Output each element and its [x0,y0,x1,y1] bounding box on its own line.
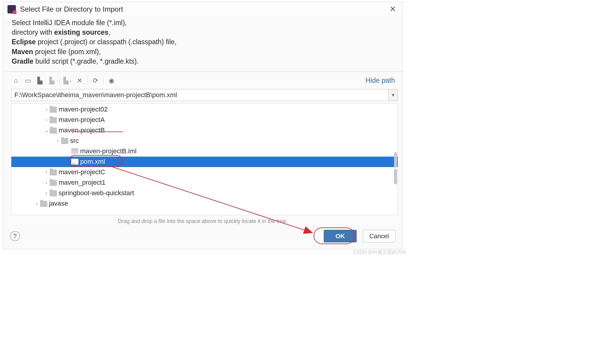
instructions-text: Select IntelliJ IDEA module file (*.iml)… [3,18,402,71]
tree-item-label: maven-project02 [59,105,108,113]
ok-button[interactable]: OK [324,230,357,242]
dialog-footer: ? OK Cancel [3,225,402,249]
tree-item-label: maven-projectB.iml [80,147,136,155]
tree-item-label: maven-projectA [59,116,105,124]
cancel-button[interactable]: Cancel [363,230,396,242]
hide-path-link[interactable]: Hide path [366,77,397,85]
help-icon[interactable]: ? [10,231,20,241]
folder-icon [61,138,68,144]
tree-item[interactable]: ›springboot-web-quickstart [11,188,398,198]
separator [3,71,402,72]
tree-item[interactable]: ›src [11,136,398,146]
tree-item-label: maven-projectC [59,168,105,176]
folder-icon [50,107,57,113]
instr-line1: Select IntelliJ IDEA module file (*.iml)… [12,19,127,27]
watermark: CSDN @向着五星的方向 [353,249,406,256]
path-row: ▾ [3,88,402,103]
tree-item[interactable]: ›javase [11,198,398,209]
folder-icon [50,190,57,196]
iml-file-icon [71,148,78,154]
tree-item[interactable]: ›maven_project1 [11,178,398,188]
scrollbar-thumb[interactable] [394,152,397,168]
project-icon[interactable]: ▙ [34,75,46,86]
file-tree: ›maven-project02›maven-projectA⌄maven-pr… [11,103,398,215]
path-history-dropdown[interactable]: ▾ [388,89,398,101]
tree-item[interactable]: ⌄maven-projectB [11,125,398,136]
delete-icon[interactable]: ✕ [74,75,86,86]
tree-item[interactable]: ›maven-project02 [11,104,398,115]
tree-item-label: springboot-web-quickstart [59,189,134,197]
tree-item-label: src [70,137,79,145]
new-folder-icon: ▙₊ [62,75,74,86]
tree-item[interactable]: ›maven-projectB.iml [11,146,398,157]
tree-item-label: maven_project1 [59,179,106,186]
annotation-underline [72,131,123,132]
folder-icon [50,180,57,186]
chevron-right-icon[interactable]: › [44,169,49,175]
dialog-title: Select File or Directory to Import [20,5,123,13]
folder-icon [40,201,47,207]
import-dialog: Select File or Directory to Import ✕ Sel… [3,2,402,249]
folder-icon [50,169,57,175]
chevron-right-icon[interactable]: › [44,180,49,185]
close-icon[interactable]: ✕ [388,4,398,14]
intellij-icon [7,5,16,13]
chevron-right-icon[interactable]: › [55,138,60,143]
tree-item-label: maven-projectB [59,126,105,134]
folder-icon [50,128,57,134]
toolbar: ⌂ ▭ ▙ ▙ ▙₊ ✕ ⟳ ◉ Hide path [3,74,402,88]
refresh-icon[interactable]: ⟳ [89,75,101,86]
show-hidden-icon[interactable]: ◉ [105,75,117,86]
title-bar: Select File or Directory to Import ✕ [3,2,402,18]
desktop-icon[interactable]: ▭ [22,75,34,86]
drag-hint: Drag and drop a file into the space abov… [3,216,402,225]
tree-item-label: javase [49,200,68,207]
module-icon: ▙ [46,75,58,86]
chevron-right-icon[interactable]: › [34,201,39,206]
chevron-down-icon[interactable]: ⌄ [44,128,49,133]
chevron-right-icon[interactable]: › [44,190,49,196]
home-icon[interactable]: ⌂ [10,75,22,86]
folder-icon [50,117,57,123]
scrollbar-thumb[interactable] [394,169,397,184]
tree-item[interactable]: ›maven-projectA [11,115,398,125]
path-input[interactable] [11,89,388,101]
annotation-ellipse-pom [69,155,123,166]
chevron-right-icon[interactable]: › [44,107,49,112]
chevron-right-icon[interactable]: › [44,117,49,123]
tree-item[interactable]: ›maven-projectC [11,167,398,178]
